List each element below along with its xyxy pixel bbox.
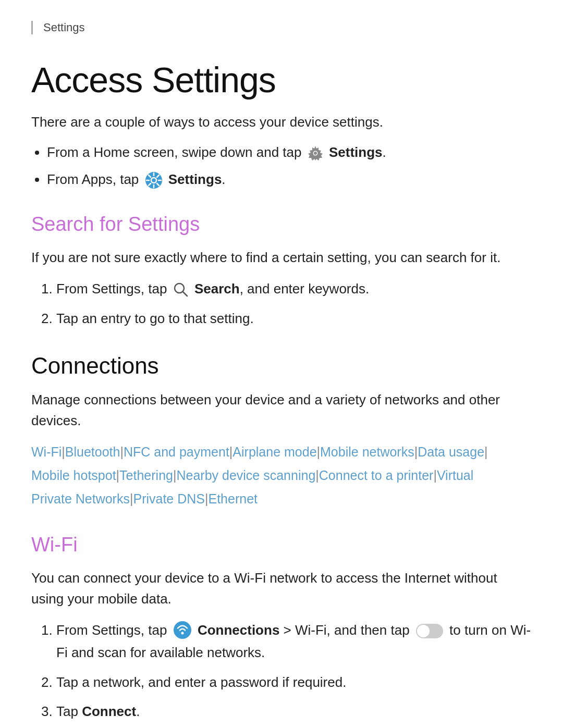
wifi-step3-prefix: Tap — [56, 704, 78, 719]
link-nfc[interactable]: NFC and payment — [124, 445, 229, 459]
search-step-1: From Settings, tap Search, and enter key… — [56, 278, 532, 300]
wifi-section: Wi-Fi You can connect your device to a W… — [31, 534, 532, 723]
step1-bold: Search — [194, 281, 240, 297]
wifi-title: Wi-Fi — [31, 534, 532, 556]
link-mobile-hotspot[interactable]: Mobile hotspot — [31, 468, 116, 483]
wifi-step-2: Tap a network, and enter a password if r… — [56, 671, 532, 694]
link-bluetooth[interactable]: Bluetooth — [65, 445, 120, 459]
svg-point-18 — [417, 625, 430, 637]
access-settings-list: From a Home screen, swipe down and tap S… — [47, 142, 532, 190]
connections-section: Connections Manage connections between y… — [31, 353, 532, 511]
search-steps-list: From Settings, tap Search, and enter key… — [56, 278, 532, 330]
step1-prefix: From Settings, tap — [56, 281, 167, 297]
gear-icon — [307, 145, 324, 162]
search-step-2: Tap an entry to go to that setting. — [56, 307, 532, 330]
toggle-icon — [416, 624, 443, 638]
svg-point-2 — [314, 152, 317, 155]
connections-links: Wi-Fi|Bluetooth|NFC and payment|Airplane… — [31, 440, 532, 511]
bullet1-bold: Settings — [329, 144, 383, 160]
svg-point-16 — [181, 632, 183, 635]
breadcrumb: Settings — [31, 21, 532, 34]
connections-intro: Manage connections between your device a… — [31, 389, 532, 431]
bullet2-prefix: From Apps, tap — [47, 171, 139, 187]
wifi-step1-prefix: From Settings, tap — [56, 622, 167, 638]
search-settings-title: Search for Settings — [31, 213, 532, 236]
bullet2-bold: Settings — [168, 171, 222, 187]
wifi-step1-connections: Connections — [198, 622, 279, 638]
link-ethernet[interactable]: Ethernet — [209, 491, 258, 506]
link-connect-printer[interactable]: Connect to a printer — [319, 468, 434, 483]
link-wifi[interactable]: Wi-Fi — [31, 445, 62, 459]
wifi-step1-middle: > Wi-Fi, and then tap — [284, 622, 410, 638]
bullet2-suffix: . — [222, 171, 225, 187]
link-data-usage[interactable]: Data usage — [418, 445, 484, 459]
access-settings-title: Access Settings — [31, 59, 532, 100]
wifi-step-3: Tap Connect. — [56, 700, 532, 723]
apps-settings-icon — [145, 171, 163, 189]
search-settings-intro: If you are not sure exactly where to fin… — [31, 247, 532, 268]
wifi-step3-bold: Connect — [82, 704, 136, 719]
link-nearby-scanning[interactable]: Nearby device scanning — [176, 468, 315, 483]
wifi-intro: You can connect your device to a Wi-Fi n… — [31, 567, 532, 610]
bullet1-suffix: . — [383, 144, 386, 160]
step1-suffix: , and enter keywords. — [240, 281, 370, 297]
svg-line-14 — [182, 291, 187, 296]
link-private-dns[interactable]: Private DNS — [133, 491, 205, 506]
access-bullet-1: From a Home screen, swipe down and tap S… — [47, 142, 532, 164]
svg-point-15 — [174, 621, 191, 639]
link-mobile-networks[interactable]: Mobile networks — [320, 445, 414, 459]
access-settings-intro: There are a couple of ways to access you… — [31, 112, 532, 132]
connections-wifi-icon — [173, 621, 192, 639]
bullet1-prefix: From a Home screen, swipe down and tap — [47, 144, 301, 160]
wifi-step3-suffix: . — [136, 704, 140, 719]
wifi-steps-list: From Settings, tap Connections > Wi-Fi, … — [56, 619, 532, 723]
connections-title: Connections — [31, 353, 532, 379]
access-bullet-2: From Apps, tap Settings. — [47, 169, 532, 191]
link-airplane[interactable]: Airplane mode — [232, 445, 316, 459]
page-container: Settings Access Settings There are a cou… — [0, 0, 563, 728]
search-icon — [173, 282, 189, 298]
access-settings-section: Access Settings There are a couple of wa… — [31, 59, 532, 190]
link-tethering[interactable]: Tethering — [119, 468, 173, 483]
search-settings-section: Search for Settings If you are not sure … — [31, 213, 532, 329]
wifi-step-1: From Settings, tap Connections > Wi-Fi, … — [56, 619, 532, 664]
